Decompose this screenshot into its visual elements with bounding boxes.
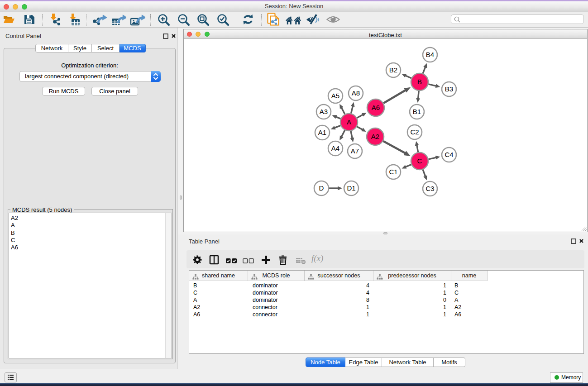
svg-text:B: B <box>417 78 422 86</box>
svg-text:B1: B1 <box>413 108 421 115</box>
svg-text:C4: C4 <box>445 151 453 158</box>
svg-text:A3: A3 <box>320 108 328 115</box>
svg-text:A4: A4 <box>331 144 339 152</box>
svg-text:A8: A8 <box>352 89 360 97</box>
svg-text:B3: B3 <box>445 85 453 93</box>
svg-text:C1: C1 <box>389 168 397 176</box>
svg-text:A2: A2 <box>371 133 379 140</box>
svg-text:A7: A7 <box>351 147 359 155</box>
svg-text:A1: A1 <box>318 129 326 136</box>
svg-text:B4: B4 <box>426 51 434 58</box>
svg-text:D1: D1 <box>347 184 355 192</box>
svg-text:B2: B2 <box>389 66 397 74</box>
svg-text:C3: C3 <box>425 185 434 192</box>
svg-text:A6: A6 <box>372 104 380 111</box>
svg-text:A: A <box>347 118 351 126</box>
svg-text:C2: C2 <box>410 128 419 136</box>
svg-text:C: C <box>417 157 422 165</box>
svg-text:D: D <box>319 184 324 192</box>
svg-text:A5: A5 <box>331 92 339 100</box>
